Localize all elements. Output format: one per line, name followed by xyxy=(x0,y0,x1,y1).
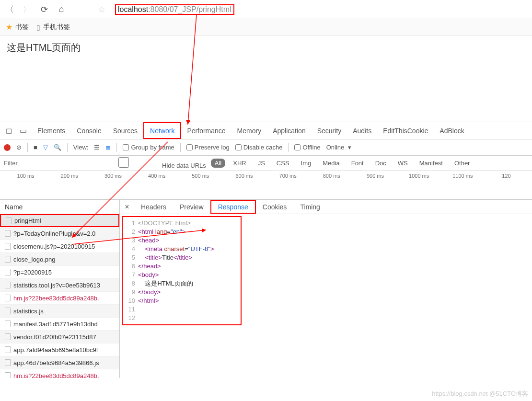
file-icon xyxy=(5,230,11,237)
request-row[interactable]: app.46d7befc9684a5e39866.js xyxy=(0,356,119,369)
request-row[interactable]: hm.js?22bee83dd5dc89a248b. xyxy=(0,292,119,305)
request-name: hm.js?22bee83dd5dc89a248b. xyxy=(13,295,99,302)
file-icon xyxy=(5,346,11,353)
back-icon[interactable]: 〈 xyxy=(3,3,16,16)
forward-icon[interactable]: 〉 xyxy=(20,3,34,16)
detail-tab-cookies[interactable]: Cookies xyxy=(256,200,294,214)
request-row[interactable]: statistics.js xyxy=(0,305,119,318)
devtools-tab-performance[interactable]: Performance xyxy=(181,122,231,139)
request-row[interactable]: app.7afd94aa5b695e8a10bc9f xyxy=(0,344,119,356)
preserve-log-checkbox[interactable]: Preserve log xyxy=(186,144,230,151)
waterfall-view-icon[interactable]: ≣ xyxy=(105,144,111,151)
request-row[interactable]: closemenu.js?p=2020100915 xyxy=(0,240,119,253)
detail-tab-timing[interactable]: Timing xyxy=(293,200,327,214)
filter-chip-ws[interactable]: WS xyxy=(394,159,412,168)
request-row[interactable]: vendor.f01d20fb07e23115d87 xyxy=(0,331,119,344)
devtools-tab-adblock[interactable]: AdBlock xyxy=(434,122,470,139)
detail-tab-preview[interactable]: Preview xyxy=(173,200,210,214)
bookmark-label: 手机书签 xyxy=(43,23,70,32)
request-row[interactable]: ?p=20200915 xyxy=(0,266,119,279)
request-row[interactable]: statistics.tool.js?v=0ee53b9613 xyxy=(0,279,119,292)
filter-chip-xhr[interactable]: XHR xyxy=(229,159,250,168)
timeline-tick: 800 ms xyxy=(310,173,353,199)
request-name: statistics.tool.js?v=0ee53b9613 xyxy=(13,282,100,289)
devtools-tab-audits[interactable]: Audits xyxy=(347,122,377,139)
url-bar[interactable]: localhost:8080/07_JSP/pringHtml xyxy=(112,3,529,16)
request-name: ?p=20200915 xyxy=(13,269,52,276)
home-icon[interactable]: ⌂ xyxy=(55,3,68,16)
request-row[interactable]: ?p=TodayOnlinePlugin&v=2.0 xyxy=(0,227,119,240)
hide-data-urls-checkbox[interactable]: Hide data URLs xyxy=(85,157,206,169)
devtools: ◻ ▭ ElementsConsoleSourcesNetworkPerform… xyxy=(0,122,532,378)
devtools-tab-console[interactable]: Console xyxy=(71,122,107,139)
network-toolbar: ⊘ ■ ▽ 🔍 View: ☰ ≣ Group by frame Preserv… xyxy=(0,139,532,156)
devtools-tab-network[interactable]: Network xyxy=(143,122,181,139)
filter-chip-js[interactable]: JS xyxy=(254,159,269,168)
filter-input[interactable] xyxy=(4,158,81,169)
filter-chip-font[interactable]: Font xyxy=(347,159,368,168)
devtools-tab-application[interactable]: Application xyxy=(267,122,312,139)
timeline-tick: 600 ms xyxy=(222,173,266,199)
filter-chip-css[interactable]: CSS xyxy=(273,159,293,168)
timeline-tick: 500 ms xyxy=(179,173,222,199)
filter-chip-manifest[interactable]: Manifest xyxy=(416,159,447,168)
request-name: pringHtml xyxy=(14,217,41,224)
timeline-tick: 200 ms xyxy=(47,173,91,199)
online-select[interactable]: Online ▾ xyxy=(326,144,351,151)
timeline-tick: 900 ms xyxy=(353,173,397,199)
response-code: 123456789101112 <!DOCTYPE html><html lan… xyxy=(122,216,242,325)
request-row[interactable]: close_logo.png xyxy=(0,253,119,266)
request-name: vendor.f01d20fb07e23115d87 xyxy=(13,333,96,341)
devtools-tab-sources[interactable]: Sources xyxy=(107,122,143,139)
offline-checkbox[interactable]: Offline xyxy=(294,144,320,151)
page-content: 这是HTML页面的 xyxy=(0,35,532,122)
request-name: manifest.3ad1d5771e9b13dbd xyxy=(13,321,98,328)
url-host: localhost xyxy=(118,5,148,13)
list-view-icon[interactable]: ☰ xyxy=(94,144,100,151)
filter-chip-media[interactable]: Media xyxy=(319,159,343,168)
search-icon[interactable]: 🔍 xyxy=(54,144,61,151)
timeline-tick: 700 ms xyxy=(266,173,310,199)
watermark: https://blog.csdn.net @51CTO博客 xyxy=(432,390,528,398)
devtools-tab-security[interactable]: Security xyxy=(312,122,347,139)
timeline-tick: 100 ms xyxy=(4,173,47,199)
file-icon xyxy=(5,359,11,366)
inspect-icon[interactable]: ◻ xyxy=(3,126,14,135)
group-by-frame-checkbox[interactable]: Group by frame xyxy=(123,144,174,151)
bookmark-item[interactable]: ▯ 手机书签 xyxy=(36,23,70,32)
device-toggle-icon[interactable]: ▭ xyxy=(17,126,29,135)
clear-icon[interactable]: ⊘ xyxy=(16,144,22,151)
devtools-tab-memory[interactable]: Memory xyxy=(231,122,267,139)
device-icon: ▯ xyxy=(36,23,40,31)
disable-cache-checkbox[interactable]: Disable cache xyxy=(235,144,283,151)
request-row[interactable]: pringHtml xyxy=(0,214,119,227)
filter-chip-img[interactable]: Img xyxy=(297,159,315,168)
bookmark-item[interactable]: ★ 书签 xyxy=(6,23,29,32)
filter-chip-other[interactable]: Other xyxy=(451,159,474,168)
request-name: hm.js?22bee83dd5dc89a248b. xyxy=(13,372,99,378)
filter-chip-all[interactable]: All xyxy=(211,159,225,168)
request-row[interactable]: manifest.3ad1d5771e9b13dbd xyxy=(0,318,119,331)
timeline-tick: 120 xyxy=(485,173,528,199)
reload-icon[interactable]: ⟳ xyxy=(37,3,51,16)
network-timeline[interactable]: 100 ms200 ms300 ms400 ms500 ms600 ms700 … xyxy=(0,171,532,200)
timeline-tick: 1100 ms xyxy=(441,173,485,199)
timeline-tick: 1000 ms xyxy=(397,173,441,199)
network-filter-bar: Hide data URLs AllXHRJSCSSImgMediaFontDo… xyxy=(0,156,532,171)
camera-icon[interactable]: ■ xyxy=(34,144,37,151)
request-row[interactable]: hm.js?22bee83dd5dc89a248b. xyxy=(0,369,119,378)
detail-tab-headers[interactable]: Headers xyxy=(134,200,173,214)
devtools-tab-elements[interactable]: Elements xyxy=(32,122,71,139)
star-outline-icon[interactable]: ☆ xyxy=(95,3,108,16)
star-icon: ★ xyxy=(6,23,12,32)
request-name: app.7afd94aa5b695e8a10bc9f xyxy=(13,346,98,354)
filter-chip-doc[interactable]: Doc xyxy=(371,159,390,168)
close-icon[interactable]: × xyxy=(120,203,134,211)
detail-tab-response[interactable]: Response xyxy=(210,200,256,214)
request-name: closemenu.js?p=2020100915 xyxy=(13,243,95,250)
devtools-tab-editthiscookie[interactable]: EditThisCookie xyxy=(377,122,434,139)
record-icon[interactable] xyxy=(4,144,11,151)
request-name: app.46d7befc9684a5e39866.js xyxy=(13,359,99,367)
filter-icon[interactable]: ▽ xyxy=(43,144,48,151)
file-icon xyxy=(6,218,12,224)
